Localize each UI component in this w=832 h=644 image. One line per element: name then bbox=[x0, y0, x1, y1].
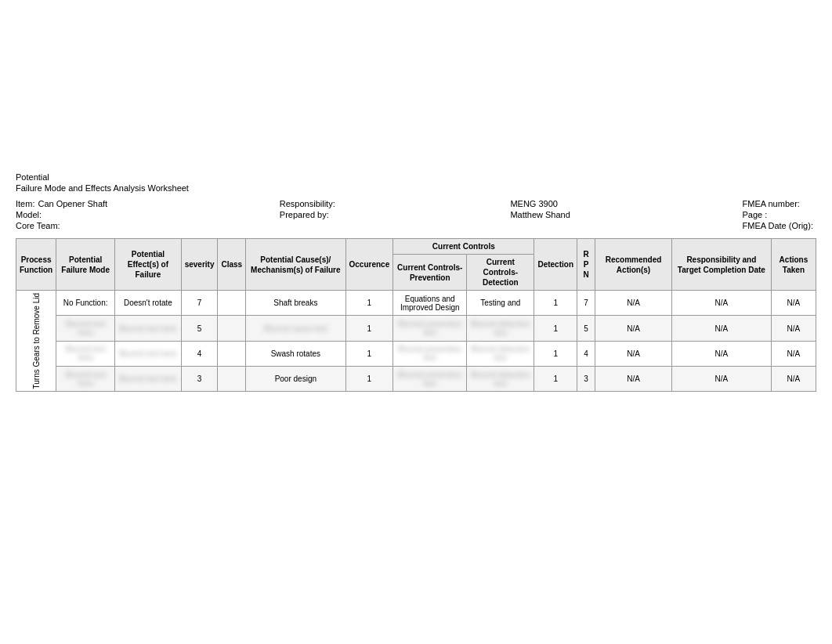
effect-cell: Blurred text here bbox=[115, 341, 182, 366]
severity-cell: 7 bbox=[181, 291, 218, 316]
class-cell bbox=[218, 316, 246, 341]
occurence-cell: 1 bbox=[345, 341, 393, 366]
responsibility-cell: N/A bbox=[671, 316, 771, 341]
detection-number-cell: 1 bbox=[534, 291, 577, 316]
responsibility-cell: N/A bbox=[671, 367, 771, 392]
meta-col-meng: MENG 3900 Matthew Shand bbox=[510, 199, 570, 230]
class-cell bbox=[218, 291, 246, 316]
col-header-recommended: Recommended Action(s) bbox=[595, 239, 671, 291]
recommended-cell: N/A bbox=[595, 367, 671, 392]
controls-prevention-cell: Blurred prevention text bbox=[393, 367, 467, 392]
col-header-detection: Detection bbox=[534, 239, 577, 291]
class-cell bbox=[218, 367, 246, 392]
meta-section: Item: Can Opener Shaft Model: Core Team:… bbox=[16, 199, 816, 230]
col-header-responsibility: Responsibility and Target Completion Dat… bbox=[671, 239, 771, 291]
fmea-number-row: FMEA number: bbox=[743, 199, 816, 208]
occurence-cell: 1 bbox=[345, 367, 393, 392]
fmea-date-row: FMEA Date (Orig): bbox=[743, 221, 816, 230]
controls-prevention-cell: Blurred prevention text bbox=[393, 341, 467, 366]
detection-number-cell: 1 bbox=[534, 316, 577, 341]
matthew-row: Matthew Shand bbox=[510, 210, 570, 219]
failure-mode-cell: No Function: bbox=[56, 291, 115, 316]
actions-taken-cell: N/A bbox=[771, 367, 816, 392]
col-header-cause: Potential Cause(s)/ Mechanism(s) of Fail… bbox=[246, 239, 345, 291]
meta-col-left: Item: Can Opener Shaft Model: Core Team: bbox=[16, 199, 107, 230]
effect-cell: Doesn't rotate bbox=[115, 291, 182, 316]
controls-detection-cell: Blurred detection text bbox=[467, 367, 534, 392]
responsibility-cell: N/A bbox=[671, 291, 771, 316]
col-header-actions-taken: Actions Taken bbox=[771, 239, 816, 291]
recommended-cell: N/A bbox=[595, 341, 671, 366]
detection-number-cell: 1 bbox=[534, 341, 577, 366]
severity-cell: 5 bbox=[181, 316, 218, 341]
table-row: Turns Gears to Remove LidNo Function:Doe… bbox=[16, 291, 816, 316]
col-header-current-controls: Current Controls bbox=[393, 239, 534, 255]
fmea-table: Process Function Potential Failure Mode … bbox=[16, 238, 816, 392]
meta-col-mid: Responsibility: Prepared by: bbox=[280, 199, 338, 230]
prepared-by-row: Prepared by: bbox=[280, 210, 338, 219]
failure-mode-cell: Blurred text here bbox=[56, 367, 115, 392]
effect-cell: Blurred text here bbox=[115, 316, 182, 341]
actions-taken-cell: N/A bbox=[771, 291, 816, 316]
col-header-class: Class bbox=[218, 239, 246, 291]
col-header-severity: severity bbox=[181, 239, 218, 291]
rpn-cell: 5 bbox=[577, 316, 595, 341]
table-body: Turns Gears to Remove LidNo Function:Doe… bbox=[16, 291, 816, 392]
responsibility-row: Responsibility: bbox=[280, 199, 338, 208]
col-header-occurence: Occurence bbox=[345, 239, 393, 291]
cause-cell: Shaft breaks bbox=[246, 291, 345, 316]
table-row: Blurred text hereBlurred text here4Swash… bbox=[16, 341, 816, 366]
controls-detection-cell: Blurred detection text bbox=[467, 316, 534, 341]
rpn-cell: 3 bbox=[577, 367, 595, 392]
col-header-rpn: R P N bbox=[577, 239, 595, 291]
col-header-failure-mode: Potential Failure Mode bbox=[56, 239, 115, 291]
controls-prevention-cell: Equations and Improved Design bbox=[393, 291, 467, 316]
col-header-effect: Potential Effect(s) of Failure bbox=[115, 239, 182, 291]
rpn-cell: 7 bbox=[577, 291, 595, 316]
col-header-process-function: Process Function bbox=[16, 239, 56, 291]
failure-mode-cell: Blurred text here bbox=[56, 341, 115, 366]
table-row: Blurred text hereBlurred text here5Blurr… bbox=[16, 316, 816, 341]
model-row: Model: bbox=[16, 210, 107, 219]
controls-detection-cell: Blurred detection text bbox=[467, 341, 534, 366]
table-row: Blurred text hereBlurred text here3Poor … bbox=[16, 367, 816, 392]
document-title: Potential Failure Mode and Effects Analy… bbox=[16, 172, 816, 193]
actions-taken-cell: N/A bbox=[771, 316, 816, 341]
actions-taken-cell: N/A bbox=[771, 341, 816, 366]
item-row: Item: Can Opener Shaft bbox=[16, 199, 107, 208]
responsibility-cell: N/A bbox=[671, 341, 771, 366]
meta-col-fmea: FMEA number: Page : FMEA Date (Orig): bbox=[743, 199, 816, 230]
effect-cell: Blurred text here bbox=[115, 367, 182, 392]
process-function-cell: Turns Gears to Remove Lid bbox=[16, 291, 56, 392]
severity-cell: 4 bbox=[181, 341, 218, 366]
cause-cell: Swash rotates bbox=[246, 341, 345, 366]
cause-cell: Poor design bbox=[246, 367, 345, 392]
page-row: Page : bbox=[743, 210, 816, 219]
occurence-cell: 1 bbox=[345, 316, 393, 341]
failure-mode-cell: Blurred text here bbox=[56, 316, 115, 341]
col-header-detection-text: Current Controls- Detection bbox=[467, 255, 534, 291]
rpn-cell: 4 bbox=[577, 341, 595, 366]
detection-number-cell: 1 bbox=[534, 367, 577, 392]
col-header-prevention: Current Controls- Prevention bbox=[393, 255, 467, 291]
core-team-row: Core Team: bbox=[16, 221, 107, 230]
recommended-cell: N/A bbox=[595, 316, 671, 341]
controls-detection-cell: Testing and bbox=[467, 291, 534, 316]
meng-row: MENG 3900 bbox=[510, 199, 570, 208]
class-cell bbox=[218, 341, 246, 366]
recommended-cell: N/A bbox=[595, 291, 671, 316]
severity-cell: 3 bbox=[181, 367, 218, 392]
cause-cell: Blurred cause text bbox=[246, 316, 345, 341]
occurence-cell: 1 bbox=[345, 291, 393, 316]
controls-prevention-cell: Blurred prevention text bbox=[393, 316, 467, 341]
table-header-row: Process Function Potential Failure Mode … bbox=[16, 239, 816, 255]
